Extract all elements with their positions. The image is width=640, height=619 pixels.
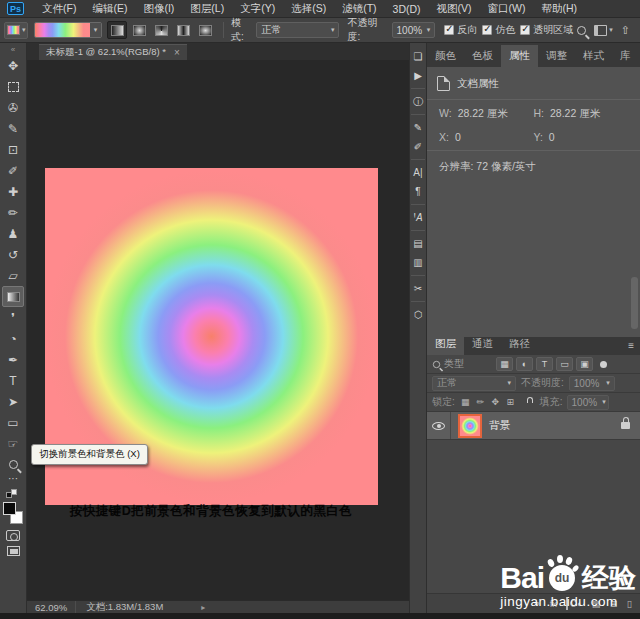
menu-item[interactable]: 文字(Y) xyxy=(232,2,283,16)
filter-type-layers-icon[interactable]: T xyxy=(536,357,553,371)
filter-toggle-icon[interactable] xyxy=(600,361,607,368)
shape-tool[interactable]: ▭ xyxy=(2,412,24,433)
close-icon[interactable]: × xyxy=(174,47,180,58)
hand-tool[interactable]: ☞ xyxy=(2,433,24,454)
eyedropper-tool[interactable]: ✐ xyxy=(2,160,24,181)
reflected-gradient-button[interactable] xyxy=(173,21,193,39)
layer-filter-row: 类型 ▦◐T▭▣ xyxy=(427,355,640,374)
filter-pixel-layers-icon[interactable]: ▦ xyxy=(496,357,513,371)
gradient-tool[interactable] xyxy=(2,286,24,307)
lasso-tool[interactable]: ✇ xyxy=(2,97,24,118)
layer-visibility-toggle[interactable] xyxy=(427,412,451,439)
tool-preset-picker[interactable]: ▾ xyxy=(4,22,28,39)
brush-settings-panel-icon[interactable]: ✎ xyxy=(410,118,426,137)
tab-color[interactable]: 颜色 xyxy=(427,45,464,67)
layers-panel-menu-icon[interactable]: ≡ xyxy=(622,340,640,355)
foreground-color-swatch[interactable] xyxy=(3,502,16,515)
lock-position-icon[interactable]: ✥ xyxy=(489,397,502,407)
quick-mask-mode-icon[interactable] xyxy=(6,530,20,541)
document-tab-strip: 未标题-1 @ 62.1%(RGB/8) * × xyxy=(27,43,409,60)
canvas-area[interactable]: 按快捷键D把前景色和背景色恢复到默认的黑白色 xyxy=(27,60,409,600)
opacity-select[interactable]: 100% ▾ xyxy=(392,22,436,38)
status-chevron-icon[interactable]: ▸ xyxy=(201,603,205,612)
dodge-tool[interactable]: ◔ xyxy=(2,328,24,349)
brush-tool[interactable]: ✏ xyxy=(2,202,24,223)
zoom-tool[interactable] xyxy=(2,454,24,475)
move-tool[interactable]: ✥ xyxy=(2,55,24,76)
transparency-checkbox[interactable]: 透明区域 xyxy=(520,23,573,37)
clone-stamp-tool[interactable]: ♟ xyxy=(2,223,24,244)
scrollbar[interactable] xyxy=(631,277,638,329)
menu-item[interactable]: 图像(I) xyxy=(135,2,182,16)
path-selection-tool[interactable]: ➤ xyxy=(2,391,24,412)
healing-brush-tool[interactable]: ✚ xyxy=(2,181,24,202)
filter-shape-layers-icon[interactable]: ▭ xyxy=(556,357,573,371)
layer-blend-mode-select[interactable]: 正常 ▾ xyxy=(432,376,516,391)
document-tab[interactable]: 未标题-1 @ 62.1%(RGB/8) * × xyxy=(39,44,187,60)
pen-tool[interactable]: ✒ xyxy=(2,349,24,370)
threed-panel-icon[interactable]: ⬡ xyxy=(410,305,426,324)
menu-item[interactable]: 视图(V) xyxy=(429,2,480,16)
tool-presets-panel-icon[interactable]: ✂ xyxy=(410,279,426,298)
glyphs-panel-icon[interactable]: Ꞌ𝐴 xyxy=(410,208,426,227)
quick-selection-tool[interactable]: ✎ xyxy=(2,118,24,139)
filter-smart-objects-icon[interactable]: ▣ xyxy=(576,357,593,371)
layer-row-background[interactable]: 背景 xyxy=(427,412,640,440)
clone-source-panel-icon[interactable]: ❏ xyxy=(410,47,426,66)
menu-item[interactable]: 图层(L) xyxy=(182,2,232,16)
actions-panel-icon[interactable]: ▶ xyxy=(410,66,426,85)
chevron-down-icon: ▾ xyxy=(427,26,431,34)
smudge-tool[interactable]: ❜ xyxy=(2,307,24,328)
search-icon[interactable] xyxy=(577,26,586,35)
menu-item[interactable]: 3D(D) xyxy=(385,3,429,15)
layer-filter-search[interactable]: 类型 xyxy=(432,357,484,371)
foreground-background-swatches[interactable] xyxy=(2,502,24,524)
character-styles-panel-icon[interactable]: ▤ xyxy=(410,234,426,253)
tab-adjustments[interactable]: 调整 xyxy=(538,45,575,67)
filter-adjustment-layers-icon[interactable]: ◐ xyxy=(516,357,533,371)
layer-thumbnail[interactable] xyxy=(458,414,482,438)
tab-styles[interactable]: 样式 xyxy=(575,45,612,67)
lock-transparent-pixels-icon[interactable]: ▦ xyxy=(459,397,472,407)
menu-item[interactable]: 文件(F) xyxy=(34,2,84,16)
divider xyxy=(411,88,425,89)
menu-item[interactable]: 滤镜(T) xyxy=(334,2,384,16)
menu-item[interactable]: 选择(S) xyxy=(283,2,334,16)
history-brush-tool[interactable]: ↺ xyxy=(2,244,24,265)
character-panel-icon[interactable]: A| xyxy=(410,163,426,182)
diamond-gradient-button[interactable] xyxy=(195,21,215,39)
paragraph-panel-icon[interactable]: ¶ xyxy=(410,182,426,201)
paragraph-styles-panel-icon[interactable]: ▥ xyxy=(410,253,426,272)
reverse-checkbox[interactable]: 反向 xyxy=(444,23,477,37)
gradient-picker[interactable]: ▾ xyxy=(34,22,102,38)
zoom-level[interactable]: 62.09% xyxy=(27,601,76,613)
radial-gradient-button[interactable] xyxy=(129,21,149,39)
angle-gradient-button[interactable] xyxy=(151,21,171,39)
crop-tool[interactable]: ⊡ xyxy=(2,139,24,160)
menu-item[interactable]: 帮助(H) xyxy=(534,2,586,16)
marquee-tool[interactable] xyxy=(2,76,24,97)
edit-toolbar-icon[interactable]: ··· xyxy=(8,475,18,487)
menu-item[interactable]: 编辑(E) xyxy=(84,2,135,16)
blend-mode-select[interactable]: 正常 ▾ xyxy=(256,22,339,38)
lock-image-pixels-icon[interactable]: ✏ xyxy=(474,397,487,407)
swap-colors-icon[interactable] xyxy=(6,489,20,499)
tab-libraries[interactable]: 库 xyxy=(612,45,639,67)
brushes-panel-icon[interactable]: ✐ xyxy=(410,137,426,156)
eraser-tool[interactable]: ▱ xyxy=(2,265,24,286)
type-tool[interactable]: T xyxy=(2,370,24,391)
tab-properties[interactable]: 属性 xyxy=(501,45,538,67)
collapse-toolbar-icon[interactable]: « xyxy=(11,45,15,55)
linear-gradient-button[interactable] xyxy=(107,21,127,39)
screen-mode-icon[interactable] xyxy=(7,546,20,556)
layer-opacity-select[interactable]: 100% ▾ xyxy=(569,376,615,391)
dither-checkbox[interactable]: 仿色 xyxy=(482,23,515,37)
lock-artboard-icon[interactable]: ⊞ xyxy=(504,397,517,407)
workspace-switcher[interactable]: ▾ xyxy=(594,25,613,36)
menu-item[interactable]: 窗口(W) xyxy=(480,2,534,16)
layer-fill-select[interactable]: 100% ▾ xyxy=(567,395,609,410)
info-panel-icon[interactable]: ⓘ xyxy=(410,92,426,111)
lock-icon[interactable] xyxy=(621,422,630,429)
tab-swatches[interactable]: 色板 xyxy=(464,45,501,67)
share-icon[interactable]: ⇧ xyxy=(621,24,630,37)
